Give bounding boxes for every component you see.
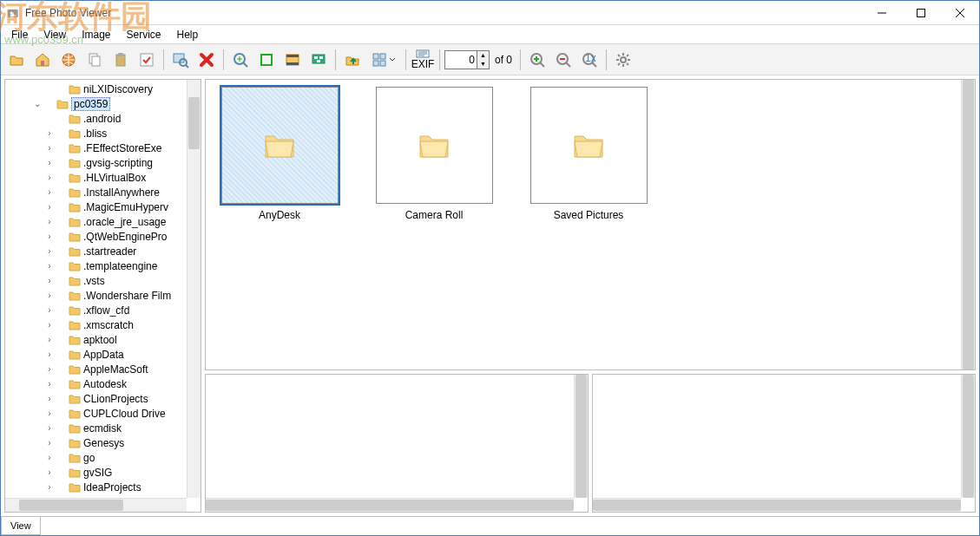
expand-closed-icon[interactable]: › xyxy=(43,482,56,492)
tree-item[interactable]: ›.xflow_cfd xyxy=(5,303,187,317)
expand-closed-icon[interactable]: › xyxy=(43,202,56,212)
spin-up-icon[interactable]: ▲ xyxy=(477,51,489,60)
tree-item[interactable]: ›.startreader xyxy=(5,244,187,258)
thumbnail-item[interactable]: AnyDesk xyxy=(214,87,345,221)
expand-closed-icon[interactable]: › xyxy=(43,350,56,359)
tree-item[interactable]: ›.vsts xyxy=(5,273,187,288)
tree-item[interactable]: ›.templateengine xyxy=(5,258,187,273)
expand-closed-icon[interactable]: › xyxy=(43,467,56,477)
tree-item[interactable]: niLXIDiscovery xyxy=(5,82,187,96)
home-button[interactable] xyxy=(30,48,55,72)
exif-button[interactable]: EXIF xyxy=(411,48,435,72)
expand-closed-icon[interactable]: › xyxy=(43,394,56,403)
tree-item[interactable]: ›go xyxy=(5,450,187,465)
tree-item[interactable]: ›.Wondershare Film xyxy=(5,288,187,303)
expand-closed-icon[interactable]: › xyxy=(43,143,56,153)
up-folder-icon[interactable] xyxy=(340,48,365,72)
maximize-button[interactable] xyxy=(901,1,940,25)
info-right-vscroll[interactable] xyxy=(961,375,975,498)
close-button[interactable] xyxy=(940,1,979,25)
tree-item[interactable]: ›CLionProjects xyxy=(5,391,187,406)
tree-item[interactable]: ›Autodesk xyxy=(5,376,187,391)
page-number-input[interactable] xyxy=(445,54,477,66)
expand-closed-icon[interactable]: › xyxy=(43,128,56,138)
filmstrip-icon[interactable] xyxy=(280,48,305,72)
expand-closed-icon[interactable]: › xyxy=(43,320,56,330)
tree-item[interactable]: ›Genesys xyxy=(5,435,187,450)
expand-closed-icon[interactable]: › xyxy=(43,217,56,226)
zoom-actual-button[interactable]: 1x xyxy=(577,48,602,72)
expand-closed-icon[interactable]: › xyxy=(43,187,56,197)
thumbnail-box[interactable] xyxy=(376,87,493,204)
thumbnail-box[interactable] xyxy=(221,87,339,204)
tree-item[interactable]: ›IdeaProjects xyxy=(5,480,187,494)
expand-closed-icon[interactable]: › xyxy=(43,291,56,300)
thumbnail-item[interactable]: Camera Roll xyxy=(369,87,499,221)
info-left-vscroll[interactable] xyxy=(574,375,588,498)
expand-closed-icon[interactable]: › xyxy=(43,423,56,433)
thumbnail-item[interactable]: Saved Pictures xyxy=(523,87,654,221)
copy-button[interactable] xyxy=(82,48,107,72)
zoom-out-button[interactable] xyxy=(551,48,576,72)
globe-button[interactable] xyxy=(56,48,81,72)
tree-item[interactable]: ›CUPLCloud Drive xyxy=(5,406,187,421)
expand-closed-icon[interactable]: › xyxy=(43,305,56,315)
tree-item[interactable]: ›apktool xyxy=(5,332,187,347)
info-left-hscroll[interactable] xyxy=(206,498,574,512)
menu-image[interactable]: Image xyxy=(75,27,117,42)
expand-closed-icon[interactable]: › xyxy=(43,173,56,182)
zoom-in-icon[interactable] xyxy=(228,48,253,72)
tree-item[interactable]: ›.QtWebEnginePro xyxy=(5,229,187,244)
status-tab-view[interactable]: View xyxy=(1,517,41,535)
thumbs-vertical-scrollbar[interactable] xyxy=(961,80,975,369)
tree-item[interactable]: ›.InstallAnywhere xyxy=(5,185,187,199)
tree-item[interactable]: ›.oracle_jre_usage xyxy=(5,214,187,229)
settings-button[interactable] xyxy=(611,48,635,72)
tree-item[interactable]: ›AppleMacSoft xyxy=(5,362,187,376)
tree-vertical-scrollbar[interactable] xyxy=(187,80,201,498)
expand-open-icon[interactable]: ⌄ xyxy=(31,99,43,108)
tree-item[interactable]: ›gvSIG xyxy=(5,465,187,480)
expand-closed-icon[interactable]: › xyxy=(43,276,56,285)
tree-item[interactable]: ›ecmdisk xyxy=(5,421,187,435)
tree-item[interactable]: ›.MagicEmuHyperv xyxy=(5,199,187,214)
spin-down-icon[interactable]: ▼ xyxy=(477,60,489,69)
zoom-fit-icon[interactable] xyxy=(254,48,279,72)
expand-closed-icon[interactable]: › xyxy=(43,335,56,344)
expand-closed-icon[interactable]: › xyxy=(43,246,56,256)
expand-closed-icon[interactable]: › xyxy=(43,379,56,389)
search-image-button[interactable] xyxy=(168,48,193,72)
zoom-in-button[interactable] xyxy=(525,48,549,72)
expand-closed-icon[interactable]: › xyxy=(43,438,56,448)
thumbnail-box[interactable] xyxy=(530,87,648,204)
tree-horizontal-scrollbar[interactable] xyxy=(5,498,187,512)
tree-item[interactable]: ›.bliss xyxy=(5,126,187,141)
expand-closed-icon[interactable]: › xyxy=(43,158,56,167)
page-number-spinner[interactable]: ▲▼ xyxy=(444,50,490,69)
view-mode-dropdown[interactable] xyxy=(366,48,401,72)
expand-closed-icon[interactable]: › xyxy=(43,409,56,418)
check-button[interactable] xyxy=(135,48,159,72)
menu-service[interactable]: Service xyxy=(120,27,168,42)
expand-closed-icon[interactable]: › xyxy=(43,364,56,374)
folder-tree[interactable]: niLXIDiscovery⌄pc0359.android›.bliss›.FE… xyxy=(5,80,201,512)
expand-closed-icon[interactable]: › xyxy=(43,261,56,271)
menu-help[interactable]: Help xyxy=(170,27,206,42)
open-folder-button[interactable] xyxy=(4,48,29,72)
delete-icon[interactable] xyxy=(194,48,219,72)
info-right-hscroll[interactable] xyxy=(593,498,961,512)
slideshow-icon[interactable] xyxy=(306,48,331,72)
tree-item[interactable]: ⌄pc0359 xyxy=(5,96,187,111)
minimize-button[interactable] xyxy=(862,1,901,25)
tree-item[interactable]: ›.gvsig-scripting xyxy=(5,155,187,170)
tree-item[interactable]: ›.HLVirtualBox xyxy=(5,170,187,185)
menu-file[interactable]: File xyxy=(4,27,35,42)
expand-closed-icon[interactable]: › xyxy=(43,232,56,241)
tree-item[interactable]: ›AppData xyxy=(5,347,187,362)
tree-item[interactable]: ›.xmscratch xyxy=(5,317,187,332)
tree-item[interactable]: .android xyxy=(5,111,187,126)
tree-item[interactable]: ›.FEffectStoreExe xyxy=(5,141,187,155)
menu-view[interactable]: View xyxy=(36,27,73,42)
paste-button[interactable] xyxy=(109,48,133,72)
expand-closed-icon[interactable]: › xyxy=(43,453,56,462)
